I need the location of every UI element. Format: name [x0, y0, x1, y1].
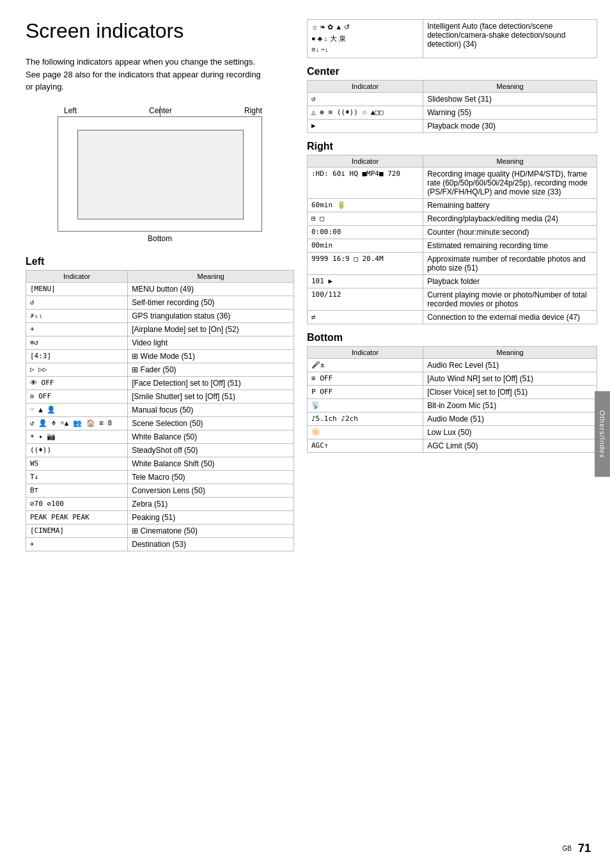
intro-text: The following indicators appear when you…: [26, 56, 269, 93]
indicator-cell: ((♦)): [26, 443, 128, 457]
meaning-cell: Remaining battery: [423, 198, 597, 212]
indicator-cell: ↺ 👤 ≑ ☼▲ 👥 🏠 ≡ 8: [26, 416, 128, 430]
left-indicator-table: Indicator Meaning [MENU]MENU button (49)…: [26, 270, 294, 551]
meaning-cell: White Balance (50): [128, 430, 294, 443]
table-row: ⊙ OFF[Smile Shutter] set to [Off] (51): [26, 390, 294, 403]
right-label: Right: [244, 106, 262, 115]
meaning-cell: [Airplane Mode] set to [On] (52): [128, 322, 294, 336]
meaning-cell: [Smile Shutter] set to [Off] (51): [128, 390, 294, 403]
right-section-header: Right: [307, 141, 597, 152]
camera-diagram: Left Center Right Bottom: [26, 106, 294, 243]
indicator-cell: ☞ ▲ 👤: [26, 403, 128, 416]
meaning-cell: Playback mode (30): [423, 119, 597, 132]
indicator-cell: ≡↺: [26, 336, 128, 349]
meaning-cell: Destination (53): [128, 537, 294, 551]
table-row: 100/112Current playing movie or photo/Nu…: [308, 288, 597, 310]
indicator-cell: 👁 OFF: [26, 376, 128, 390]
indicator-cell: ☀ ✦ 📷: [26, 430, 128, 443]
meaning-cell: AGC Limit (50): [423, 439, 597, 452]
table-row: ✗ᵢₗGPS triangulation status (36): [26, 309, 294, 322]
camera-inner-box: [77, 130, 244, 219]
indicator-cell: PEAK PEAK PEAK: [26, 510, 128, 524]
indicator-cell: 🔆: [308, 425, 423, 439]
camera-box: [58, 116, 262, 232]
indicator-cell: ⇄: [308, 310, 423, 324]
indicator-cell: 60min 🔋: [308, 198, 423, 212]
indicator-cell: WS: [26, 457, 128, 470]
meaning-cell: SteadyShot off (50): [128, 443, 294, 457]
indicator-cell: 0:00:00: [308, 225, 423, 239]
meaning-cell: ⊞ Wide Mode (51): [128, 349, 294, 363]
indicator-cell: 📡: [308, 398, 423, 412]
table-row: ≡↺Video light: [26, 336, 294, 349]
meaning-cell: [Face Detection] set to [Off] (51): [128, 376, 294, 390]
indicator-cell: :HD: 60i HQ ■MP4■ 720: [308, 167, 423, 198]
meaning-cell: Scene Selection (50): [128, 416, 294, 430]
bottom-indicator-table: Indicator Meaning 🎤±Audio Rec Level (51)…: [307, 346, 597, 453]
indicator-cell: ≡ OFF: [308, 372, 423, 385]
bottom-col-meaning: Meaning: [423, 346, 597, 358]
bottom-section-header: Bottom: [307, 332, 597, 343]
indicator-cell: AGC↑: [308, 439, 423, 452]
gb-label: GB: [563, 845, 572, 852]
center-col-indicator: Indicator: [308, 80, 423, 92]
indicator-cell: ✈: [26, 537, 128, 551]
indicator-cell: 100/112: [308, 288, 423, 310]
meaning-cell: Playback folder: [423, 274, 597, 288]
meaning-cell: Audio Mode (51): [423, 412, 597, 425]
center-col-meaning: Meaning: [423, 80, 597, 92]
table-row: 🔆Low Lux (50): [308, 425, 597, 439]
page-title: Screen indicators: [26, 19, 294, 43]
meaning-cell: White Balance Shift (50): [128, 457, 294, 470]
meaning-cell: GPS triangulation status (36): [128, 309, 294, 322]
right-column: ☼ ❧ ✿ ▲ ↺ ● ♣ ↓ 大 泉 ≡↓ ÷↓ Intelligent Au…: [307, 19, 597, 556]
table-row: P OFF[Closer Voice] set to [Off] (51): [308, 385, 597, 398]
indicator-cell: B⊤: [26, 484, 128, 497]
table-row: 00minEstimated remaining recording time: [308, 239, 597, 252]
indicator-cell: T↓: [26, 470, 128, 484]
meaning-cell: Blt-in Zoom Mic (51): [423, 398, 597, 412]
indicator-cell: 🎤±: [308, 358, 423, 372]
indicator-cell: ♪5.1ch ♪2ch: [308, 412, 423, 425]
table-row: :HD: 60i HQ ■MP4■ 720Recording image qua…: [308, 167, 597, 198]
center-label: Center: [149, 106, 172, 115]
table-row: 60min 🔋Remaining battery: [308, 198, 597, 212]
indicator-cell: [CINEMA]: [26, 524, 128, 537]
indicator-cell: ↺: [308, 92, 423, 106]
indicator-cell: △ ⊛ ≋ ((♦)) ♲ ▲□▢: [308, 106, 423, 119]
table-row: +[Airplane Mode] set to [On] (52): [26, 322, 294, 336]
table-row: [MENU]MENU button (49): [26, 282, 294, 296]
table-row: ☞ ▲ 👤Manual focus (50): [26, 403, 294, 416]
table-row: 👁 OFF[Face Detection] set to [Off] (51): [26, 376, 294, 390]
indicator-cell: P OFF: [308, 385, 423, 398]
table-row: ▷ ▷▷⊞ Fader (50): [26, 363, 294, 376]
right-indicator-table: Indicator Meaning :HD: 60i HQ ■MP4■ 720R…: [307, 155, 597, 324]
center-indicator-table: Indicator Meaning ↺Slideshow Set (31)△ ⊛…: [307, 80, 597, 133]
meaning-cell: Estimated remaining recording time: [423, 239, 597, 252]
meaning-cell: Audio Rec Level (51): [423, 358, 597, 372]
table-row: ((♦))SteadyShot off (50): [26, 443, 294, 457]
table-row: AGC↑AGC Limit (50): [308, 439, 597, 452]
meaning-cell: Recording image quality (HD/MP4/STD), fr…: [423, 167, 597, 198]
indicator-cell: ✗ᵢₗ: [26, 309, 128, 322]
indicator-cell: [MENU]: [26, 282, 128, 296]
meaning-cell: Video light: [128, 336, 294, 349]
meaning-cell: Connection to the external media device …: [423, 310, 597, 324]
bottom-label: Bottom: [26, 234, 294, 243]
table-row: ⊘70 ⊘100Zebra (51): [26, 497, 294, 510]
meaning-cell: [Auto Wind NR] set to [Off] (51): [423, 372, 597, 385]
table-row: 📡Blt-in Zoom Mic (51): [308, 398, 597, 412]
left-section-header: Left: [26, 256, 294, 267]
indicator-cell: [4:3]: [26, 349, 128, 363]
right-col-indicator: Indicator: [308, 155, 423, 167]
indicator-cell: ⊟ □: [308, 212, 423, 225]
right-col-meaning: Meaning: [423, 155, 597, 167]
indicator-cell: +: [26, 322, 128, 336]
meaning-cell: Counter (hour:minute:second): [423, 225, 597, 239]
left-label: Left: [64, 106, 77, 115]
top-right-icons: ☼ ❧ ✿ ▲ ↺ ● ♣ ↓ 大 泉 ≡↓ ÷↓: [308, 20, 423, 58]
table-row: 9999 16:9 □ 20.4MApproximate number of r…: [308, 252, 597, 274]
table-row: ☼ ❧ ✿ ▲ ↺ ● ♣ ↓ 大 泉 ≡↓ ÷↓ Intelligent Au…: [308, 20, 597, 58]
meaning-cell: MENU button (49): [128, 282, 294, 296]
meaning-cell: Approximate number of recordable photos …: [423, 252, 597, 274]
